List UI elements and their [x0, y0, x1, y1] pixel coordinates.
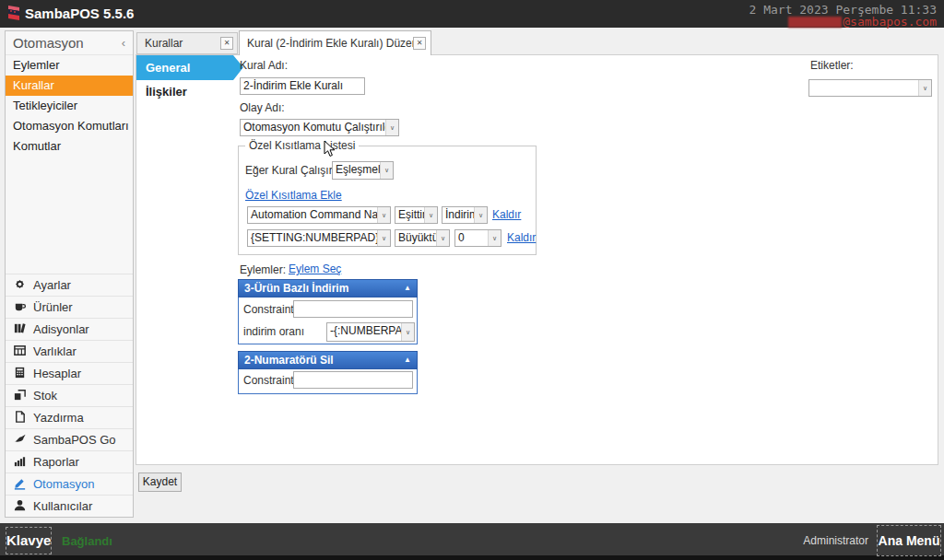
tags-label: Etiketler:: [810, 59, 854, 72]
sidebar-item-komutlar[interactable]: Komutlar: [6, 136, 133, 157]
constraint-value-select[interactable]: 0 ∨: [454, 229, 502, 247]
tab-kurallar[interactable]: Kurallar ✕: [136, 32, 238, 54]
constraint-value-select[interactable]: İndirim ∨: [442, 206, 488, 224]
sambapos-logo-icon: [7, 4, 21, 27]
nav-item-general-settings[interactable]: General Settings: [136, 55, 233, 80]
flying-bird-icon: [13, 432, 27, 449]
module-label: SambaPOS Go: [33, 433, 116, 447]
module-label: Otomasyon: [33, 477, 94, 491]
rule-name-label: Kural Adı:: [240, 59, 288, 72]
module-stok[interactable]: Stok: [6, 384, 133, 406]
sidebar-item-eylemler[interactable]: Eylemler: [6, 55, 133, 76]
action-param-combo[interactable]: -{:NUMBERPAD} ∨: [326, 322, 415, 342]
stacked-boxes-icon: [13, 388, 27, 404]
remove-constraint-link[interactable]: Kaldır: [492, 208, 521, 221]
sidebar-item-tetikleyiciler[interactable]: Tetikleyiciler: [6, 96, 133, 116]
action-constraint-input[interactable]: [293, 300, 413, 318]
constraint-value: İndirim: [442, 207, 474, 223]
action-param-value: -{:NUMBERPAD}: [327, 323, 401, 341]
keyboard-button[interactable]: Klavye: [6, 527, 52, 554]
constraint-operator-value: Eşittir: [395, 207, 424, 223]
email-domain: @sambapos.com: [843, 15, 937, 29]
calculator-icon: [13, 366, 27, 382]
chevron-down-icon: ∨: [436, 230, 449, 246]
module-sambapos-go[interactable]: SambaPOS Go: [6, 428, 133, 450]
chevron-down-icon: ∨: [401, 323, 414, 341]
module-label: Adisyonlar: [33, 322, 89, 336]
chevron-down-icon: ∨: [424, 207, 437, 223]
constraint-field-select[interactable]: Automation Command Name ∨: [247, 206, 391, 224]
chevron-down-icon: ∨: [380, 162, 393, 179]
action-constraint-input[interactable]: [293, 371, 413, 389]
constraint-field-value: Automation Command Name: [248, 207, 377, 223]
chevron-down-icon: ∨: [377, 207, 390, 223]
license-email: @sambapos.com: [788, 15, 937, 29]
document-icon: [13, 410, 27, 426]
gear-icon: [13, 277, 27, 294]
collapse-up-icon[interactable]: ▲: [404, 280, 411, 297]
constraint-field-value: {SETTING:NUMBERPAD}: [248, 230, 377, 246]
module-ayarlar[interactable]: Ayarlar: [6, 274, 133, 296]
constraint-operator-select[interactable]: Büyüktür ∨: [395, 229, 450, 247]
rule-name-input[interactable]: 2-İndirim Ekle Kuralı: [240, 77, 365, 95]
connection-status: Bağlandı: [62, 534, 112, 548]
chevron-down-icon: ∨: [488, 230, 501, 246]
module-label: Raporlar: [33, 455, 79, 469]
add-constraint-link[interactable]: Özel Kısıtlama Ekle: [245, 189, 342, 202]
collapse-up-icon[interactable]: ▲: [404, 352, 411, 368]
module-label: Ayarlar: [33, 278, 71, 292]
event-name-value: Otomasyon Komutu Çalıştırıldı: [241, 120, 385, 135]
module-hesaplar[interactable]: Hesaplar: [6, 362, 133, 384]
tags-select[interactable]: ∨: [808, 79, 932, 97]
action-constraint-label: Constraint:: [243, 374, 297, 387]
module-raporlar[interactable]: Raporlar: [6, 450, 133, 472]
module-adisyonlar[interactable]: Adisyonlar: [6, 318, 133, 340]
constraint-operator-value: Büyüktür: [395, 230, 436, 246]
sidebar-header: Otomasyon ‹: [6, 31, 133, 55]
chevron-down-icon: ∨: [918, 80, 931, 96]
action-panel-header[interactable]: 2-Numaratörü Sil ▲: [238, 351, 418, 369]
redaction-block: [788, 17, 842, 28]
sidebar-item-kurallar[interactable]: Kurallar: [6, 76, 133, 96]
module-label: Yazdırma: [33, 411, 84, 425]
select-action-link[interactable]: Eylem Seç: [289, 262, 341, 275]
module-label: Kullanıcılar: [33, 499, 92, 513]
tab-content-panel: [136, 54, 938, 465]
close-icon[interactable]: ✕: [220, 37, 233, 50]
module-label: Stok: [33, 389, 57, 402]
module-urunler[interactable]: Ürünler: [6, 296, 133, 318]
bottom-edge: [0, 555, 944, 560]
close-icon[interactable]: ✕: [413, 37, 426, 50]
module-label: Ürünler: [33, 300, 73, 314]
main-menu-button[interactable]: Ana Menü: [877, 525, 941, 556]
action-title: 3-Ürün Bazlı İndirim: [244, 280, 404, 297]
match-select[interactable]: Eşleşmeler ∨: [332, 161, 394, 180]
sidebar-item-otomasyon-komutlari[interactable]: Otomasyon Komutları: [6, 116, 133, 136]
match-value: Eşleşmeler: [333, 162, 380, 179]
bar-chart-icon: [13, 454, 27, 471]
module-list: Ayarlar Ürünler Adisyonlar Varlıklar Hes…: [6, 274, 133, 517]
collapse-sidebar-icon[interactable]: ‹: [122, 31, 125, 55]
module-varliklar[interactable]: Varlıklar: [6, 340, 133, 362]
event-name-select[interactable]: Otomasyon Komutu Çalıştırıldı ∨: [240, 119, 399, 136]
constraint-value: 0: [455, 230, 488, 246]
actions-label: Eylemler:: [240, 263, 286, 276]
tab-kural-duzenle[interactable]: Kural (2-İndirim Ekle Kuralı) Düzenle ✕: [239, 30, 431, 55]
module-otomasyon[interactable]: Otomasyon: [6, 472, 133, 495]
remove-constraint-link[interactable]: Kaldır: [507, 231, 536, 244]
tab-label: Kurallar: [145, 37, 220, 50]
chevron-down-icon: ∨: [385, 120, 398, 135]
constraint-field-select[interactable]: {SETTING:NUMBERPAD} ∨: [247, 229, 391, 247]
constraint-operator-select[interactable]: Eşittir ∨: [395, 206, 438, 224]
logged-in-user: Administrator: [803, 534, 868, 547]
save-button[interactable]: Kaydet: [138, 472, 182, 492]
constraint-group-title: Özel Kısıtlama Listesi: [245, 139, 359, 152]
module-yazdirma[interactable]: Yazdırma: [6, 406, 133, 428]
match-label: Eğer Kural Çalışırsa: [245, 164, 344, 177]
sidebar-header-label: Otomasyon: [13, 35, 84, 51]
sambapos-window: SambaPOS 5.5.6 2 Mart 2023 Perşembe 11:3…: [0, 0, 944, 560]
module-kullanicilar[interactable]: Kullanıcılar: [6, 495, 133, 517]
nav-item-iliskiler[interactable]: İlişkiler: [146, 85, 187, 99]
action-panel-header[interactable]: 3-Ürün Bazlı İndirim ▲: [238, 279, 418, 298]
module-label: Hesaplar: [33, 367, 81, 380]
